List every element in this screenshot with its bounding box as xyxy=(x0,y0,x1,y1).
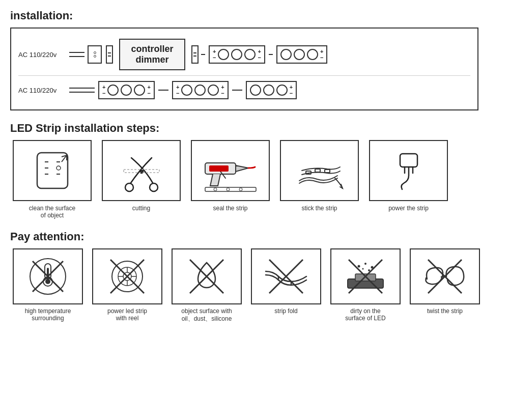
svg-point-46 xyxy=(364,263,366,265)
diagram-row-2: AC 110/220v +− +− xyxy=(18,75,470,104)
svg-point-3 xyxy=(150,183,158,191)
stick-strip-icon xyxy=(292,148,348,193)
svg-rect-14 xyxy=(315,169,320,172)
steps-row: clean the surfaceof object xyxy=(10,140,499,219)
step-4: stick the strip xyxy=(277,140,361,219)
attention-4-label: strip fold xyxy=(274,307,297,315)
right-connector-1 xyxy=(191,45,199,64)
step-2-label: cutting xyxy=(132,205,150,212)
step-2-icon-box xyxy=(102,140,181,201)
led-circle xyxy=(280,49,292,60)
step-2: cutting xyxy=(99,140,183,219)
attention-1-icon-box xyxy=(13,248,83,304)
led-circle xyxy=(250,85,261,96)
led-circle xyxy=(294,49,305,60)
led-segment-r1-2: +− xyxy=(276,45,327,64)
led-segment-r2-1: +− +− xyxy=(98,81,155,99)
attention-row: high temperaturesurrounding xyxy=(10,248,499,323)
step-1-icon-box xyxy=(13,140,92,201)
attention-3-label: object surface withoil、dust、silicone xyxy=(181,307,232,323)
controller-dimmer-box: controller dimmer xyxy=(119,39,185,70)
led-steps-section: LED Strip installation steps: xyxy=(10,122,499,219)
attention-6-label: twist the strip xyxy=(427,307,463,315)
attention-2-icon-box xyxy=(92,248,162,304)
svg-rect-0 xyxy=(37,153,68,188)
step-4-label: stick the strip xyxy=(301,205,337,212)
led-circle xyxy=(134,85,145,96)
clean-surface-icon xyxy=(27,148,78,193)
attention-3: object surface withoil、dust、silicone xyxy=(169,248,244,323)
pay-attention-section: Pay attention: high temperaturesurroun xyxy=(10,230,499,323)
oil-dust-icon xyxy=(179,254,235,299)
step-3-label: seal the strip xyxy=(213,205,247,212)
led-steps-title: LED Strip installation steps: xyxy=(10,122,499,135)
left-connector-1 xyxy=(88,45,102,64)
connector-pre-controller xyxy=(106,45,113,64)
svg-rect-15 xyxy=(325,170,330,173)
led-circle xyxy=(263,85,274,96)
led-circle xyxy=(244,49,256,60)
right-side-row1: +− +− +− xyxy=(190,45,470,64)
attention-3-icon-box xyxy=(172,248,242,304)
led-segment-r1-1: +− +− xyxy=(209,45,265,64)
led-segment-r2-3: +− xyxy=(246,81,297,99)
attention-1-label: high temperaturesurrounding xyxy=(25,307,71,322)
step-5: power the strip xyxy=(366,140,450,219)
step-5-label: power the strip xyxy=(388,205,429,212)
ac-label-1: AC 110/220v xyxy=(18,51,69,59)
step-1: clean the surfaceof object xyxy=(10,140,94,219)
attention-2-label: power led stripwith reel xyxy=(107,307,147,322)
power-strip-icon xyxy=(386,148,432,193)
attention-5-icon-box xyxy=(330,248,401,304)
led-circle xyxy=(194,85,206,96)
installation-section: installation: AC 110/220v xyxy=(10,9,499,110)
svg-point-48 xyxy=(362,268,364,270)
dirty-led-icon xyxy=(337,254,393,299)
svg-point-45 xyxy=(358,265,360,268)
step-5-icon-box xyxy=(369,140,448,201)
led-segment-r2-2: +− +− xyxy=(172,81,229,99)
attention-4-icon-box xyxy=(251,248,321,304)
reel-icon xyxy=(99,254,155,299)
installation-diagram: AC 110/220v xyxy=(10,27,478,110)
svg-rect-8 xyxy=(209,165,229,172)
led-circle xyxy=(231,49,242,60)
svg-point-2 xyxy=(125,183,133,191)
attention-1: high temperaturesurrounding xyxy=(10,248,86,323)
attention-6-icon-box xyxy=(410,248,480,304)
attention-2: power led stripwith reel xyxy=(90,248,165,323)
svg-point-1 xyxy=(56,166,61,170)
led-circle xyxy=(208,85,219,96)
diagram-row-1: AC 110/220v xyxy=(18,34,470,75)
attention-4: strip fold xyxy=(248,248,324,323)
led-circle xyxy=(218,49,229,60)
svg-point-10 xyxy=(214,188,217,191)
svg-rect-9 xyxy=(205,187,256,191)
ac-label-2: AC 110/220v xyxy=(18,87,69,94)
svg-marker-7 xyxy=(236,165,248,172)
installation-title: installation: xyxy=(10,9,499,22)
pay-attention-title: Pay attention: xyxy=(10,230,499,243)
step-4-icon-box xyxy=(280,140,359,201)
svg-point-23 xyxy=(45,279,50,284)
attention-5-label: dirty on thesurface of LED xyxy=(345,307,385,322)
step-1-label: clean the surfaceof object xyxy=(29,205,75,219)
high-temp-icon xyxy=(20,254,76,299)
led-circle xyxy=(276,85,288,96)
strip-fold-icon xyxy=(258,254,314,299)
twist-strip-icon xyxy=(417,254,473,299)
led-circle xyxy=(107,85,119,96)
led-circle xyxy=(181,85,192,96)
svg-point-49 xyxy=(368,269,370,271)
step-3: seal the strip xyxy=(188,140,272,219)
attention-5: dirty on thesurface of LED xyxy=(328,248,403,323)
led-circle xyxy=(307,49,318,60)
cutting-icon xyxy=(116,148,167,193)
step-3-icon-box xyxy=(191,140,270,201)
seal-strip-icon xyxy=(200,148,261,193)
led-circle xyxy=(121,85,132,96)
svg-point-12 xyxy=(239,188,242,191)
row2-content: +− +− +− +− xyxy=(69,81,470,99)
svg-point-11 xyxy=(227,188,230,191)
attention-6: twist the strip xyxy=(407,248,483,323)
